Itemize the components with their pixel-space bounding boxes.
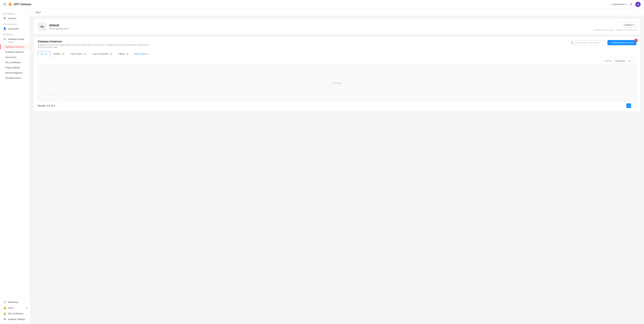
settings-icon: ⚙: [3, 318, 6, 321]
sidebar-item-service-registries-label: Service Registries: [5, 72, 23, 74]
sidebar-item-ssl-bottom[interactable]: 🔒 SSL Certificates: [0, 311, 30, 316]
created-updated-meta: Created: 44 minutes ago Updated: 44 minu…: [594, 29, 636, 31]
actions-button[interactable]: Actions ▾: [622, 22, 636, 27]
tab-out-of-sync-label: Out Of Sync: [71, 53, 82, 55]
sidebar-item-published-services-label: Published Services: [5, 51, 24, 53]
group-header-left: de ✏ default default gateway group: [38, 22, 69, 31]
results-text: Results: 1-0 of 0: [38, 104, 55, 107]
chevron-down-icon: ▾: [626, 3, 627, 5]
about-status-link[interactable]: About Status ℹ: [134, 53, 148, 55]
nav-left: ☰ 🔥 API7 Gateway: [3, 2, 32, 6]
sidebar-item-gateway-settings-label: Gateway Settings: [8, 318, 25, 321]
nav-toggle-button[interactable]: ☰: [3, 2, 6, 6]
add-btn-wrapper: + Add Gateway Instance 1: [608, 40, 636, 45]
sidebar-item-consumers[interactable]: 👤 Consumers: [0, 26, 30, 31]
sidebar-item-published-services[interactable]: Published Services: [0, 49, 30, 55]
results-label: Results:: [38, 104, 46, 107]
sidebar-item-plugin-settings[interactable]: Plugin Settings: [0, 65, 30, 70]
sidebar-item-alerts[interactable]: 🔔 Alerts ▾: [0, 305, 30, 311]
app-body: API Publishing ⊞ Services API Consumptio…: [0, 9, 644, 324]
main-content: ‹ Back de ✏ default default gateway grou…: [30, 9, 644, 324]
sidebar-item-gateway-groups-label: Gateway Groups: [8, 38, 24, 40]
sidebar-item-consumers-label: Consumers: [8, 27, 19, 30]
tab-healthy-count: 0: [62, 53, 65, 55]
sidebar-item-permitted-users[interactable]: Permitted Users: [0, 75, 30, 81]
tab-all[interactable]: All 0: [38, 51, 50, 57]
tab-lost-connection[interactable]: Lost Connection 0: [90, 51, 116, 57]
sidebar-item-gateway-groups[interactable]: ⊡ Gateway Groups default: [0, 36, 30, 44]
notification-badge: 1: [634, 39, 638, 42]
sidebar-item-permitted-users-label: Permitted Users: [5, 77, 21, 79]
chart-area: No Data: [38, 64, 636, 101]
add-instance-label: + Add Gateway Instance: [610, 41, 634, 44]
tab-offline-label: Offline: [118, 53, 125, 55]
translate-icon: 文: [630, 3, 632, 5]
sort-row: Sort by Last report... ↓: [38, 59, 636, 63]
sidebar-item-monitoring-label: Monitoring: [8, 301, 18, 303]
sidebar-item-service-registries[interactable]: Service Registries: [0, 70, 30, 75]
instances-header: Gateway Instances A gateway instance is …: [38, 40, 636, 48]
sidebar-item-gateway-settings[interactable]: ⚙ Gateway Settings: [0, 316, 30, 322]
instances-header-left: Gateway Instances A gateway instance is …: [38, 40, 152, 48]
translate-button[interactable]: 文: [630, 2, 632, 6]
sort-direction-button[interactable]: ↓: [632, 59, 636, 63]
sidebar-item-monitoring[interactable]: 📈 Monitoring: [0, 299, 30, 305]
add-gateway-instance-button[interactable]: + Add Gateway Instance: [608, 40, 636, 45]
organization-button[interactable]: ⊹ Organization ▾: [610, 3, 627, 5]
info-icon: ℹ: [147, 53, 148, 55]
sidebar-item-plugin-settings-label: Plugin Settings: [5, 66, 20, 69]
page-1-button[interactable]: 1: [626, 103, 631, 108]
api-runtime-label: API Runtime: [0, 31, 30, 36]
no-data-text: No Data: [333, 82, 341, 84]
logo-area: 🔥 API7 Gateway: [8, 2, 32, 6]
org-label: Organization: [612, 3, 625, 5]
group-header-card: de ✏ default default gateway group Actio…: [34, 19, 641, 34]
back-button[interactable]: ‹ Back: [34, 11, 41, 13]
sidebar-item-ssl-certs[interactable]: SSL Certificates: [0, 60, 30, 65]
flame-icon: 🔥: [8, 2, 12, 6]
sort-label: Sort by: [605, 60, 611, 62]
alerts-icon: 🔔: [3, 306, 6, 309]
tab-healthy-label: Healthy: [53, 53, 60, 55]
filter-tabs: All 0 Healthy 0 Out Of Sync 0 Lost Conne…: [38, 51, 636, 57]
sidebar-item-ssl-bottom-label: SSL Certificates: [8, 312, 24, 315]
tab-lost-connection-label: Lost Connection: [92, 53, 108, 55]
results-bar: Results: 1-0 of 0 1 ›: [38, 103, 636, 108]
avatar[interactable]: A: [635, 2, 641, 7]
sidebar-item-consumers-runtime[interactable]: Consumers: [0, 55, 30, 60]
svg-line-0: [38, 68, 171, 98]
gateway-groups-icon: ⊡: [3, 37, 6, 40]
pagination: 1 ›: [626, 103, 636, 108]
search-box: 🔍: [568, 40, 606, 45]
page-next-button[interactable]: ›: [632, 103, 636, 108]
group-logo: de ✏: [38, 22, 46, 31]
monitoring-icon: 📈: [3, 301, 6, 304]
search-input[interactable]: [575, 41, 603, 44]
about-status-label: About Status: [134, 53, 146, 55]
api-consumption-label: API Consumption: [0, 21, 30, 26]
tab-all-label: All: [40, 53, 43, 55]
back-bar: ‹ Back: [30, 9, 644, 16]
group-header-right: Actions ▾ Created: 44 minutes ago Update…: [594, 22, 636, 31]
sidebar-item-alerts-label: Alerts: [8, 307, 14, 309]
sidebar-item-gateway-instances[interactable]: Gateway Instances: [0, 44, 30, 49]
tab-healthy[interactable]: Healthy 0: [50, 51, 68, 57]
top-navigation: ☰ 🔥 API7 Gateway ⊹ Organization ▾ 文 A: [0, 0, 644, 9]
sort-select[interactable]: Last report...: [612, 59, 631, 63]
tab-offline[interactable]: Offline 0: [116, 51, 132, 57]
search-icon: 🔍: [571, 41, 574, 44]
chevron-left-icon: ‹: [34, 11, 35, 13]
svg-line-4: [204, 65, 536, 101]
consumers-icon: 👤: [3, 27, 6, 30]
group-subtitle: default gateway group: [49, 27, 69, 30]
sidebar: API Publishing ⊞ Services API Consumptio…: [0, 9, 30, 324]
group-logo-text: de: [40, 25, 44, 28]
hamburger-icon: ☰: [3, 3, 6, 6]
svg-line-3: [38, 78, 636, 95]
instances-header-right: 🔍 + Add Gateway Instance 1: [568, 40, 636, 45]
tab-out-of-sync[interactable]: Out Of Sync 0: [68, 51, 90, 57]
group-info: default default gateway group: [49, 24, 69, 30]
group-title: default: [49, 24, 69, 27]
tab-lost-connection-count: 0: [110, 53, 113, 55]
sidebar-item-services[interactable]: ⊞ Services: [0, 15, 30, 21]
